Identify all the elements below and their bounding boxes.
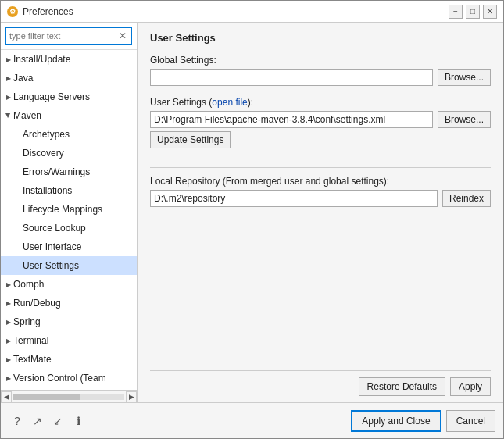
tree-arrow-install-update: ▶ [4,55,13,64]
tree-label-oomph: Oomph [13,279,44,290]
tree-item-textmate[interactable]: ▶TextMate [1,350,137,369]
tree-arrow-run-debug: ▶ [4,298,13,308]
maximize-button[interactable]: □ [466,5,480,19]
apply-and-close-button[interactable]: Apply and Close [351,410,441,432]
tree-arrow-java: ▶ [4,73,13,83]
scroll-left-arrow[interactable]: ◀ [1,391,12,402]
tree-item-maven[interactable]: ▶Maven [1,106,137,125]
help-icon-button[interactable]: ? [9,412,26,430]
tree-label-archetypes: Archetypes [23,129,70,140]
tree-label-java: Java [13,73,33,84]
tree-label-spring: Spring [13,316,41,327]
local-repo-row: Reindex [150,190,491,207]
title-bar: ⚙ Preferences − □ ✕ [1,1,503,23]
tree-item-spring[interactable]: ▶Spring [1,312,137,331]
user-settings-label-suffix: ): [248,97,253,108]
tree-item-source-lookup[interactable]: Source Lookup [1,219,137,237]
search-input[interactable] [9,31,117,41]
h-scrollbar-thumb [13,394,80,400]
user-settings-group: User Settings (open file): Browse... Upd… [150,97,491,148]
scroll-right-arrow[interactable]: ▶ [126,391,137,402]
tree-item-user-settings[interactable]: User Settings [1,256,137,275]
tree-item-archetypes[interactable]: Archetypes [1,125,137,144]
tree-item-lifecycle-mappings[interactable]: Lifecycle Mappings [1,200,137,219]
cancel-button[interactable]: Cancel [446,410,495,432]
tree-label-language-servers: Language Servers [13,91,90,102]
bottom-bar: ? ↗ ↙ ℹ Apply and Close Cancel [1,402,503,438]
info-icon-button[interactable]: ℹ [70,412,87,430]
close-button[interactable]: ✕ [483,5,497,19]
local-repo-label: Local Repository (From merged user and g… [150,176,491,187]
bottom-right-buttons: Apply and Close Cancel [351,410,495,432]
restore-defaults-button[interactable]: Restore Defaults [359,377,445,396]
right-bottom-buttons: Restore Defaults Apply [150,370,491,396]
tree-item-language-servers[interactable]: ▶Language Servers [1,87,137,106]
tree-item-run-debug[interactable]: ▶Run/Debug [1,294,137,312]
user-settings-input[interactable] [150,111,433,128]
tree-label-source-lookup: Source Lookup [23,223,86,234]
global-settings-browse-button[interactable]: Browse... [438,69,491,86]
horizontal-scrollbar[interactable]: ◀ ▶ [1,390,137,402]
open-file-link[interactable]: open file [212,97,247,108]
user-settings-row: Browse... [150,111,491,128]
import-icon: ↙ [53,415,63,427]
tree-label-errors-warnings: Errors/Warnings [23,166,90,177]
tree-label-install-update: Install/Update [13,54,70,65]
tree-arrow-terminal: ▶ [4,336,13,345]
tree-label-discovery: Discovery [23,148,64,159]
tree-label-textmate: TextMate [13,354,52,365]
tree-arrow-maven: ▶ [4,111,13,120]
left-panel: ✕ ▶Install/Update▶Java▶Language Servers▶… [1,23,138,402]
separator [150,167,491,168]
tree-label-terminal: Terminal [13,335,48,346]
local-repo-input[interactable] [150,190,438,207]
search-clear-icon[interactable]: ✕ [117,30,128,41]
tree-label-user-settings: User Settings [23,260,79,271]
bottom-left-icons: ? ↗ ↙ ℹ [9,412,87,430]
right-panel: User Settings Global Settings: Browse...… [138,23,503,402]
tree-item-user-interface[interactable]: User Interface [1,237,137,256]
global-settings-row: Browse... [150,69,491,86]
import-icon-button[interactable]: ↙ [49,412,66,430]
tree-container: ▶Install/Update▶Java▶Language Servers▶Ma… [1,50,137,390]
search-box: ✕ [5,27,132,45]
tree-label-run-debug: Run/Debug [13,298,61,309]
local-repo-group: Local Repository (From merged user and g… [150,176,491,207]
dialog-title: Preferences [23,6,73,17]
reindex-button[interactable]: Reindex [442,190,491,207]
tree-item-installations[interactable]: Installations [1,181,137,200]
window-controls: − □ ✕ [449,5,497,19]
tree-label-maven: Maven [13,110,41,121]
tree-item-oomph[interactable]: ▶Oomph [1,275,137,294]
tree-arrow-spring: ▶ [4,317,13,327]
user-settings-browse-button[interactable]: Browse... [438,111,491,128]
tree-item-terminal[interactable]: ▶Terminal [1,331,137,350]
tree-item-errors-warnings[interactable]: Errors/Warnings [1,162,137,181]
tree-label-lifecycle-mappings: Lifecycle Mappings [23,204,102,215]
tree-item-discovery[interactable]: Discovery [1,144,137,162]
tree-arrow-language-servers: ▶ [4,92,13,102]
tree-item-version-control[interactable]: ▶Version Control (Team [1,369,137,387]
minimize-button[interactable]: − [449,5,463,19]
help-icon: ? [14,415,20,427]
preferences-dialog: ⚙ Preferences − □ ✕ ✕ ▶Install/Update▶Ja… [0,0,504,439]
tree-item-install-update[interactable]: ▶Install/Update [1,50,137,69]
content-area: ✕ ▶Install/Update▶Java▶Language Servers▶… [1,23,503,402]
tree-arrow-textmate: ▶ [4,355,13,364]
h-scrollbar-track[interactable] [13,394,124,400]
update-settings-button[interactable]: Update Settings [150,131,231,148]
tree-arrow-oomph: ▶ [4,280,13,289]
export-icon-button[interactable]: ↗ [29,412,46,430]
tree-item-java[interactable]: ▶Java [1,69,137,87]
user-settings-label: User Settings (open file): [150,97,491,108]
info-icon: ℹ [77,415,80,427]
update-settings-container: Update Settings [150,131,491,148]
tree-label-installations: Installations [23,185,72,196]
apply-button[interactable]: Apply [450,377,491,396]
global-settings-input[interactable] [150,69,433,86]
tree-arrow-version-control: ▶ [4,373,13,383]
user-settings-label-prefix: User Settings ( [150,97,212,108]
title-bar-left: ⚙ Preferences [7,6,73,17]
tree-label-user-interface: User Interface [23,241,81,252]
global-settings-label: Global Settings: [150,55,491,66]
